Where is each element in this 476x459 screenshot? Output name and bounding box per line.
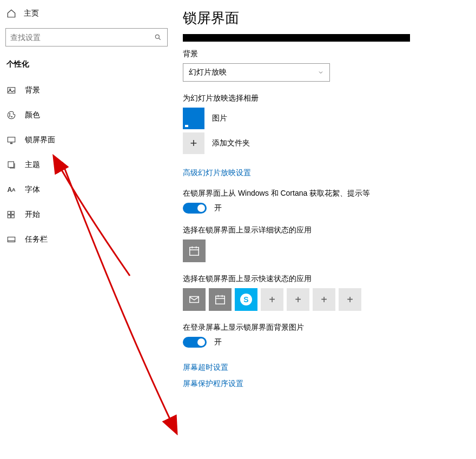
svg-rect-8 [11, 143, 12, 144]
home-label: 主页 [24, 9, 39, 18]
select-value: 幻灯片放映 [189, 68, 227, 77]
album-pictures-label: 图片 [212, 114, 227, 123]
search-icon [153, 32, 163, 42]
home-button[interactable]: 主页 [0, 4, 173, 23]
svg-rect-20 [190, 297, 199, 303]
nav-label: 主题 [25, 160, 40, 170]
palette-icon [6, 110, 16, 120]
content-panel: 锁屏界面 背景 幻灯片放映 为幻灯片放映选择相册 图片 + 添加文件夹 高级幻灯… [173, 0, 476, 459]
lockscreen-icon [6, 135, 16, 145]
svg-line-1 [159, 38, 161, 40]
nav-item-start[interactable]: 开始 [0, 202, 173, 227]
svg-rect-11 [11, 211, 14, 214]
signin-bg-toggle-label: 开 [214, 337, 222, 347]
nav-label: 背景 [25, 85, 40, 95]
signin-bg-label: 在登录屏幕上显示锁屏界面背景图片 [183, 323, 476, 332]
nav-item-colors[interactable]: 颜色 [0, 103, 173, 128]
quick-app-add-2[interactable]: + [287, 288, 309, 311]
search-input-container[interactable] [5, 28, 168, 46]
svg-point-5 [9, 116, 10, 117]
svg-point-0 [155, 35, 159, 38]
quick-app-add-4[interactable]: + [339, 288, 361, 311]
lockscreen-preview [183, 34, 410, 42]
background-select[interactable]: 幻灯片放映 [183, 63, 330, 82]
svg-rect-9 [8, 162, 14, 168]
nav-item-taskbar[interactable]: 任务栏 [0, 227, 173, 252]
quick-app-calendar[interactable] [209, 288, 232, 311]
nav-item-lockscreen[interactable]: 锁屏界面 [0, 128, 173, 152]
timeout-settings-link[interactable]: 屏幕超时设置 [183, 363, 228, 372]
screensaver-settings-link[interactable]: 屏幕保护程序设置 [183, 379, 243, 389]
quick-status-label: 选择在锁屏界面上显示快速状态的应用 [183, 274, 476, 284]
svg-point-6 [11, 116, 12, 117]
quick-app-mail[interactable] [183, 288, 206, 311]
left-nav-panel: 主页 个性化 背景 颜色 锁屏界面 主题 AA 字体 [0, 0, 173, 459]
album-section-label: 为幻灯片放映选择相册 [183, 94, 476, 103]
svg-point-4 [9, 114, 10, 115]
home-icon [6, 9, 16, 18]
detailed-app-calendar[interactable] [183, 240, 206, 262]
nav-item-themes[interactable]: 主题 [0, 152, 173, 177]
svg-point-3 [10, 89, 11, 90]
taskbar-icon [6, 235, 16, 244]
svg-rect-12 [8, 215, 10, 218]
svg-rect-14 [8, 237, 15, 242]
advanced-slideshow-link[interactable]: 高级幻灯片放映设置 [183, 168, 251, 178]
quick-app-add-1[interactable]: + [261, 288, 283, 311]
svg-rect-2 [8, 88, 15, 94]
nav-label: 开始 [25, 210, 40, 219]
quick-app-add-3[interactable]: + [313, 288, 335, 311]
nav-label: 任务栏 [25, 235, 48, 244]
picture-icon [6, 85, 16, 95]
svg-rect-16 [190, 248, 199, 256]
start-icon [6, 210, 16, 219]
nav-label: 颜色 [25, 110, 40, 120]
album-pictures-row[interactable]: 图片 [183, 108, 476, 129]
search-input[interactable] [10, 33, 153, 42]
nav-item-background[interactable]: 背景 [0, 78, 173, 103]
nav-item-fonts[interactable]: AA 字体 [0, 177, 173, 202]
pictures-folder-icon [183, 108, 204, 129]
nav-label: 锁屏界面 [25, 135, 55, 145]
category-title: 个性化 [0, 46, 173, 78]
svg-rect-10 [8, 211, 10, 214]
background-label: 背景 [183, 49, 476, 59]
svg-rect-21 [216, 296, 225, 304]
themes-icon [6, 160, 16, 170]
tidbits-label: 在锁屏界面上从 Windows 和 Cortana 获取花絮、提示等 [183, 189, 476, 198]
svg-rect-13 [11, 215, 14, 218]
page-title: 锁屏界面 [183, 9, 476, 28]
album-add-label: 添加文件夹 [212, 138, 250, 148]
quick-app-skype[interactable]: S [235, 288, 257, 311]
add-folder-icon: + [183, 132, 204, 154]
album-add-row[interactable]: + 添加文件夹 [183, 132, 476, 154]
nav-label: 字体 [25, 185, 40, 195]
signin-bg-toggle[interactable] [183, 337, 207, 348]
detailed-status-label: 选择在锁屏界面上显示详细状态的应用 [183, 225, 476, 235]
fonts-icon: AA [6, 185, 16, 195]
tidbits-toggle-label: 开 [214, 203, 222, 213]
tidbits-toggle[interactable] [183, 203, 207, 214]
svg-rect-7 [8, 137, 15, 142]
chevron-down-icon [318, 69, 324, 76]
